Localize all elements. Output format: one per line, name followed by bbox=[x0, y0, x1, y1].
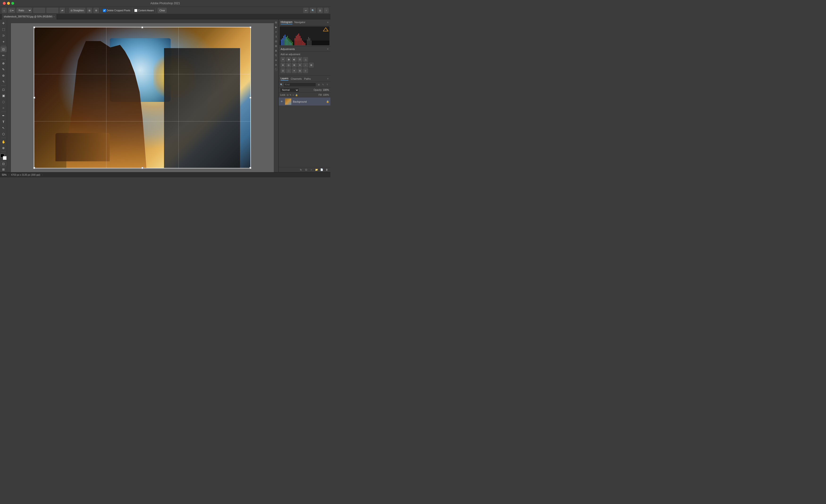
color-lookup-adj[interactable]: ⊠ bbox=[309, 63, 314, 67]
swap-button[interactable]: ⇌ bbox=[60, 8, 65, 13]
levels-adj[interactable]: ◑ bbox=[286, 57, 291, 62]
settings-button[interactable]: ⚙ bbox=[94, 8, 99, 13]
layer-item-background[interactable]: 👁 Background 🔒 bbox=[279, 98, 331, 106]
tab-navigator[interactable]: Navigator bbox=[294, 21, 305, 24]
width-input[interactable] bbox=[33, 8, 45, 13]
shape-tool[interactable]: ⬡ bbox=[0, 131, 7, 137]
delete-cropped-checkbox[interactable] bbox=[103, 9, 106, 12]
exposure-adj[interactable]: ⊡ bbox=[298, 57, 302, 62]
tab-paths[interactable]: Paths bbox=[304, 77, 311, 80]
channels-icon[interactable]: ⊠ bbox=[274, 44, 278, 48]
blur-tool[interactable]: ◌ bbox=[0, 99, 7, 105]
vibrance-adj[interactable]: △ bbox=[303, 57, 308, 62]
share-button[interactable]: ↑ bbox=[324, 8, 329, 13]
opacity-value[interactable]: 100% bbox=[323, 89, 329, 91]
history-brush-tool[interactable]: ↰ bbox=[0, 79, 7, 84]
curves-adj[interactable]: ◐ bbox=[292, 57, 297, 62]
adjustments-menu[interactable]: ≡ bbox=[327, 48, 329, 50]
character-icon[interactable]: A bbox=[274, 49, 278, 53]
new-group-button[interactable]: 📁 bbox=[314, 168, 318, 172]
content-aware-checkbox[interactable] bbox=[134, 9, 137, 12]
new-layer-button[interactable]: 📄 bbox=[319, 168, 324, 172]
filter-pixel-icon[interactable]: ⊞ bbox=[317, 83, 321, 86]
layer-visibility-eye[interactable]: 👁 bbox=[280, 100, 284, 103]
invert-adj[interactable]: ⊡ bbox=[281, 68, 285, 73]
selective-color-adj[interactable]: ⊹ bbox=[303, 68, 308, 73]
height-input[interactable] bbox=[47, 8, 58, 13]
lasso-tool[interactable]: ⊃ bbox=[0, 33, 7, 38]
tab-layers[interactable]: Layers bbox=[281, 77, 288, 81]
hand-tool[interactable]: ✋ bbox=[0, 139, 7, 144]
pen-tool[interactable]: ✒ bbox=[0, 113, 7, 118]
lock-transparent-icon[interactable]: ⊡ bbox=[287, 94, 289, 96]
quick-mask-toggle[interactable]: ⊡ bbox=[1, 161, 6, 166]
adjustments-icon[interactable]: ≡ bbox=[274, 30, 278, 34]
clear-button[interactable]: Clear bbox=[158, 8, 167, 13]
gradient-tool[interactable]: ▣ bbox=[0, 93, 7, 98]
new-fill-adj-button[interactable]: ○ bbox=[309, 168, 313, 172]
clone-tool[interactable]: ⊚ bbox=[0, 73, 7, 78]
ratio-select[interactable]: Ratio1:14:316:9Custom bbox=[16, 8, 32, 13]
eyedropper-tool[interactable]: ✏ bbox=[0, 53, 7, 58]
gradient-map-adj[interactable]: ⊟ bbox=[298, 68, 302, 73]
play-icon[interactable]: ▶ bbox=[274, 25, 278, 29]
delete-cropped-checkbox-label[interactable]: Delete Cropped Pixels bbox=[103, 9, 130, 12]
lock-artboard-icon[interactable]: ⊹ bbox=[292, 94, 294, 96]
background-color[interactable] bbox=[3, 156, 7, 160]
black-white-adj[interactable]: ⊞ bbox=[292, 63, 297, 67]
layers-menu[interactable]: ≡ bbox=[327, 77, 329, 80]
fill-value[interactable]: 100% bbox=[323, 93, 329, 96]
home-button[interactable]: ⌂ bbox=[2, 8, 7, 13]
path-select-tool[interactable]: ↖ bbox=[0, 125, 7, 131]
undo-button[interactable]: ↩ bbox=[303, 8, 308, 13]
search-button[interactable]: 🔍 bbox=[310, 8, 316, 13]
filter-type-icon[interactable]: T bbox=[326, 83, 329, 86]
marquee-tool[interactable]: ⬚ bbox=[0, 26, 7, 32]
layer-fx-button[interactable]: fx bbox=[299, 168, 303, 172]
posterize-adj[interactable]: ◌ bbox=[286, 68, 291, 73]
tab-channels[interactable]: Channels bbox=[291, 77, 302, 80]
hue-sat-adj[interactable]: ⊕ bbox=[281, 63, 285, 67]
crop-mode-button[interactable]: ⊡ ▾ bbox=[8, 8, 15, 13]
histogram-panel-icon[interactable]: ⊞ bbox=[274, 20, 278, 24]
color-balance-adj[interactable]: ◎ bbox=[286, 63, 291, 67]
healing-tool[interactable]: ⊕ bbox=[0, 60, 7, 66]
text-tool[interactable]: T bbox=[0, 119, 7, 125]
tab-close-button[interactable]: × bbox=[53, 15, 55, 18]
channel-mixer-adj[interactable]: ○ bbox=[303, 63, 308, 67]
zoom-tool[interactable]: ⊕ bbox=[0, 145, 7, 151]
layers-icon[interactable]: ⊟ bbox=[274, 39, 278, 43]
tab-histogram[interactable]: Histogram bbox=[281, 20, 292, 24]
minimize-button[interactable] bbox=[7, 2, 10, 5]
filter-adjust-icon[interactable]: ✎ bbox=[321, 83, 325, 86]
lock-position-icon[interactable]: 🔒 bbox=[295, 94, 298, 96]
close-button[interactable] bbox=[3, 2, 6, 5]
grid-view-button[interactable]: ⊞ bbox=[87, 8, 92, 13]
maximize-button[interactable] bbox=[11, 2, 14, 5]
file-tab[interactable]: shutterstock_399780763.jpg @ 50% (RGB/8#… bbox=[2, 14, 57, 19]
dodge-tool[interactable]: ○ bbox=[0, 105, 7, 111]
eraser-tool[interactable]: ◻ bbox=[0, 86, 7, 92]
content-aware-checkbox-label[interactable]: Content-Aware bbox=[134, 9, 154, 12]
blend-mode-select[interactable]: Normal Multiply Screen bbox=[280, 88, 299, 92]
properties-icon[interactable]: ≋ bbox=[274, 58, 278, 62]
add-mask-button[interactable]: ⊡ bbox=[304, 168, 308, 172]
lock-image-icon[interactable]: ✎ bbox=[290, 94, 291, 96]
threshold-adj[interactable]: ✕ bbox=[292, 68, 297, 73]
screen-mode-button[interactable]: ⊞ bbox=[0, 167, 7, 172]
brightness-contrast-adj[interactable]: ☀ bbox=[281, 57, 285, 62]
photo-filter-adj[interactable]: ≋ bbox=[298, 63, 302, 67]
glyphs-icon[interactable]: A bbox=[274, 63, 278, 67]
filter-shape-icon[interactable]: ⊡ bbox=[330, 83, 331, 86]
brush-tool[interactable]: ✎ bbox=[0, 66, 7, 72]
delete-layer-button[interactable]: 🗑 bbox=[325, 168, 329, 172]
paragraph-icon[interactable]: ¶ bbox=[274, 53, 278, 58]
info-icon[interactable]: ℹ bbox=[274, 35, 278, 39]
magic-wand-tool[interactable]: ⋄ bbox=[0, 39, 7, 44]
crop-tool[interactable]: ⊡ bbox=[0, 47, 7, 52]
layers-search-input[interactable] bbox=[284, 82, 316, 87]
move-tool[interactable]: ✛ bbox=[0, 20, 7, 26]
brush-settings-icon[interactable]: ⚫ bbox=[274, 67, 278, 72]
straighten-button[interactable]: ⊟ Straighten bbox=[69, 8, 86, 13]
histogram-menu[interactable]: ≡ bbox=[327, 21, 329, 23]
